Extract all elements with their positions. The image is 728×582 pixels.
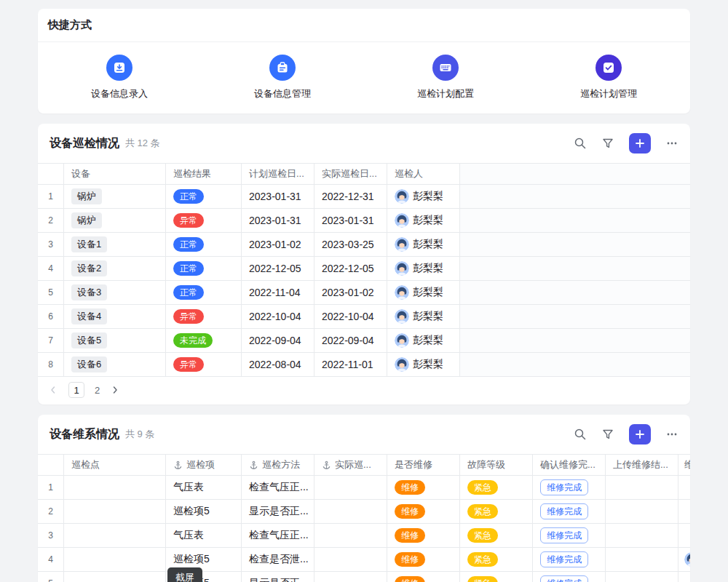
more-icon[interactable] bbox=[665, 428, 678, 441]
result-badge[interactable]: 正常 bbox=[173, 285, 204, 300]
actual-cell[interactable] bbox=[314, 548, 387, 571]
actual-cell[interactable] bbox=[314, 572, 387, 582]
repair-badge[interactable]: 维修 bbox=[395, 504, 425, 519]
device-cell[interactable]: 设备6 bbox=[64, 353, 166, 376]
table-row[interactable]: 8 设备6 异常 2022-08-04 2022-11-01 彭梨梨 bbox=[38, 353, 690, 377]
result-cell[interactable]: 正常 bbox=[166, 233, 242, 256]
device-chip[interactable]: 设备4 bbox=[71, 308, 107, 324]
point-cell[interactable] bbox=[64, 548, 166, 571]
inspector-cell[interactable]: 彭梨梨 bbox=[387, 281, 460, 304]
confirm-repair-button[interactable]: 维修完成 bbox=[540, 503, 588, 519]
level-cell[interactable]: 紧急 bbox=[460, 548, 533, 571]
inspector-cell[interactable]: 彭梨梨 bbox=[387, 329, 460, 352]
table-row[interactable]: 2 锅炉 异常 2023-01-31 2023-01-31 彭梨梨 bbox=[38, 209, 690, 233]
urgent-badge[interactable]: 紧急 bbox=[467, 552, 498, 567]
inspector-cell[interactable]: 彭梨梨 bbox=[387, 257, 460, 280]
device-chip[interactable]: 设备1 bbox=[71, 236, 107, 252]
method-cell[interactable]: 显示是否正... bbox=[242, 500, 314, 523]
shortcut-plan-config[interactable]: 巡检计划配置 bbox=[364, 55, 527, 100]
actual-date-cell[interactable]: 2023-01-02 bbox=[314, 281, 387, 304]
level-cell[interactable]: 紧急 bbox=[460, 476, 533, 499]
device-cell[interactable]: 设备1 bbox=[64, 233, 166, 256]
result-badge[interactable]: 正常 bbox=[173, 261, 204, 276]
planned-date-cell[interactable]: 2022-08-04 bbox=[242, 353, 314, 376]
search-icon[interactable] bbox=[574, 137, 587, 150]
table-row[interactable]: 6 设备4 异常 2022-10-04 2022-10-04 彭梨梨 bbox=[38, 305, 690, 329]
shortcut-plan-manage[interactable]: 巡检计划管理 bbox=[527, 55, 690, 100]
urgent-badge[interactable]: 紧急 bbox=[467, 504, 498, 519]
item-cell[interactable]: 巡检项5 bbox=[166, 500, 242, 523]
result-cell[interactable]: 未完成 bbox=[166, 329, 242, 352]
table-row[interactable]: 2 巡检项5 显示是否正... 维修 紧急 维修完成 bbox=[38, 500, 690, 524]
result-badge[interactable]: 异常 bbox=[173, 309, 204, 324]
method-cell[interactable]: 检查气压正... bbox=[242, 524, 314, 547]
result-cell[interactable]: 异常 bbox=[166, 353, 242, 376]
add-record-button[interactable] bbox=[629, 424, 651, 445]
confirm-cell[interactable]: 维修完成 bbox=[533, 476, 606, 499]
actual-date-cell[interactable]: 2023-01-31 bbox=[314, 209, 387, 232]
repair-badge[interactable]: 维修 bbox=[395, 480, 425, 495]
filter-icon[interactable] bbox=[601, 428, 614, 441]
point-cell[interactable] bbox=[64, 500, 166, 523]
device-cell[interactable]: 锅炉 bbox=[64, 185, 166, 208]
inspector-cell[interactable]: 彭梨梨 bbox=[387, 185, 460, 208]
table-row[interactable]: 7 设备5 未完成 2022-09-04 2022-09-04 彭梨梨 bbox=[38, 329, 690, 353]
table-row[interactable]: 3 气压表 检查气压正... 维修 紧急 维修完成 bbox=[38, 524, 690, 548]
confirm-cell[interactable]: 维修完成 bbox=[533, 524, 606, 547]
result-cell[interactable]: 正常 bbox=[166, 281, 242, 304]
page-2[interactable]: 2 bbox=[95, 385, 100, 396]
upload-cell[interactable] bbox=[606, 500, 678, 523]
confirm-repair-button[interactable]: 维修完成 bbox=[540, 575, 588, 582]
actual-cell[interactable] bbox=[314, 500, 387, 523]
repair-badge[interactable]: 维修 bbox=[395, 576, 425, 582]
truncated-cell[interactable] bbox=[678, 524, 690, 547]
actual-cell[interactable] bbox=[314, 476, 387, 499]
inspector-cell[interactable]: 彭梨梨 bbox=[387, 305, 460, 328]
page-1-current[interactable]: 1 bbox=[68, 382, 84, 398]
point-cell[interactable] bbox=[64, 524, 166, 547]
planned-date-cell[interactable]: 2022-12-05 bbox=[242, 257, 314, 280]
table-row[interactable]: 1 锅炉 正常 2023-01-31 2022-12-31 彭梨梨 bbox=[38, 185, 690, 209]
truncated-cell[interactable] bbox=[678, 500, 690, 523]
more-icon[interactable] bbox=[665, 137, 678, 150]
next-page-icon[interactable] bbox=[110, 385, 120, 395]
repair-cell[interactable]: 维修 bbox=[387, 476, 460, 499]
confirm-repair-button[interactable]: 维修完成 bbox=[540, 551, 588, 567]
truncated-cell[interactable] bbox=[678, 548, 690, 571]
method-cell[interactable]: 显示是否正... bbox=[242, 572, 314, 582]
device-chip[interactable]: 锅炉 bbox=[71, 212, 102, 228]
method-cell[interactable]: 检查气压正... bbox=[242, 476, 314, 499]
inspector-cell[interactable]: 彭梨梨 bbox=[387, 209, 460, 232]
repair-cell[interactable]: 维修 bbox=[387, 548, 460, 571]
result-cell[interactable]: 异常 bbox=[166, 209, 242, 232]
urgent-badge[interactable]: 紧急 bbox=[467, 576, 498, 582]
confirm-repair-button[interactable]: 维修完成 bbox=[540, 479, 588, 495]
repair-cell[interactable]: 维修 bbox=[387, 500, 460, 523]
device-chip[interactable]: 设备3 bbox=[71, 284, 107, 300]
table-row[interactable]: 1 气压表 检查气压正... 维修 紧急 维修完成 bbox=[38, 476, 690, 500]
result-badge[interactable]: 正常 bbox=[173, 189, 204, 204]
planned-date-cell[interactable]: 2023-01-31 bbox=[242, 209, 314, 232]
confirm-cell[interactable]: 维修完成 bbox=[533, 572, 606, 582]
device-cell[interactable]: 设备5 bbox=[64, 329, 166, 352]
device-chip[interactable]: 设备2 bbox=[71, 260, 107, 276]
actual-date-cell[interactable]: 2022-11-01 bbox=[314, 353, 387, 376]
upload-cell[interactable] bbox=[606, 476, 678, 499]
table-row[interactable]: 5 设备3 正常 2022-11-04 2023-01-02 彭梨梨 bbox=[38, 281, 690, 305]
inspector-cell[interactable]: 彭梨梨 bbox=[387, 353, 460, 376]
upload-cell[interactable] bbox=[606, 524, 678, 547]
level-cell[interactable]: 紧急 bbox=[460, 524, 533, 547]
table-row[interactable]: 4 巡检项5 检查是否泄... 维修 紧急 维修完成 bbox=[38, 548, 690, 572]
filter-icon[interactable] bbox=[601, 137, 614, 150]
add-record-button[interactable] bbox=[629, 133, 651, 154]
prev-page-icon[interactable] bbox=[48, 385, 58, 395]
urgent-badge[interactable]: 紧急 bbox=[467, 480, 498, 495]
method-cell[interactable]: 检查是否泄... bbox=[242, 548, 314, 571]
device-chip[interactable]: 锅炉 bbox=[71, 188, 102, 204]
item-cell[interactable]: 气压表 bbox=[166, 476, 242, 499]
actual-date-cell[interactable]: 2022-12-05 bbox=[314, 257, 387, 280]
result-cell[interactable]: 正常 bbox=[166, 185, 242, 208]
result-badge[interactable]: 正常 bbox=[173, 237, 204, 252]
repair-badge[interactable]: 维修 bbox=[395, 528, 425, 543]
shortcut-device-manage[interactable]: 设备信息管理 bbox=[201, 55, 364, 100]
